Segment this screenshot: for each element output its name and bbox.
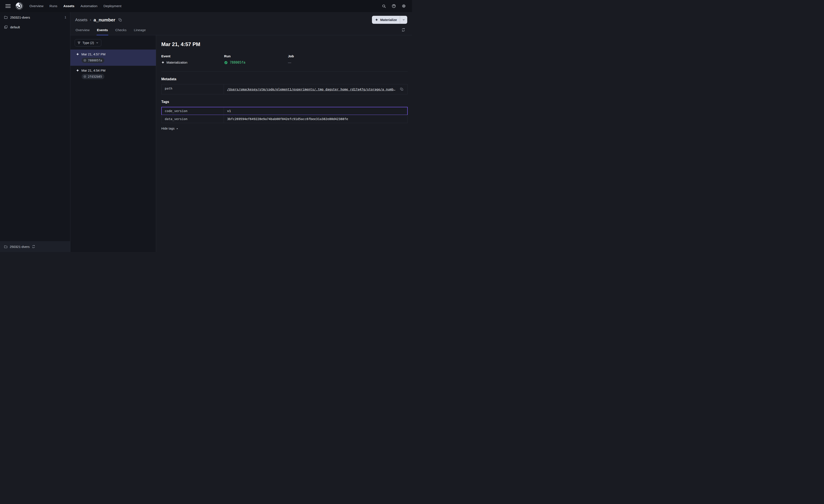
event-list-item[interactable]: Mar 21, 4:57 PM 788005fa	[70, 49, 156, 66]
event-time-label: Mar 21, 4:54 PM	[81, 69, 105, 72]
type-filter-label: Type (2)	[83, 41, 94, 44]
filter-icon	[78, 41, 81, 44]
materialization-icon	[76, 52, 79, 56]
run-id-badge: 788005fa	[82, 58, 104, 63]
circle-dot-icon	[83, 59, 86, 62]
type-filter-button[interactable]: Type (2)	[75, 39, 101, 46]
hide-tags-toggle[interactable]: Hide tags	[161, 127, 178, 130]
refresh-button[interactable]	[399, 26, 407, 34]
folder-icon	[4, 15, 8, 19]
job-value: —	[288, 60, 291, 64]
materialize-button[interactable]: Materialize	[372, 16, 400, 24]
run-id-link[interactable]: 788005fa	[230, 60, 245, 65]
nav-deployment[interactable]: Deployment	[103, 4, 121, 8]
sidebar-item-label: default	[10, 25, 20, 29]
help-button[interactable]	[390, 2, 398, 10]
tags-row-code-version: code_version v1	[161, 107, 408, 115]
tags-heading: Tags	[161, 100, 408, 104]
reload-icon[interactable]	[32, 245, 35, 248]
search-button[interactable]	[380, 2, 388, 10]
hamburger-icon	[5, 4, 11, 5]
help-icon	[392, 4, 396, 8]
job-column-label: Job	[288, 54, 408, 58]
page-header: Assets › a_number Materialize	[70, 12, 412, 25]
nav-automation[interactable]: Automation	[81, 4, 97, 8]
materialize-dropdown-button[interactable]	[400, 16, 407, 24]
metadata-key: path	[162, 84, 224, 94]
copy-asset-name-button[interactable]	[118, 17, 123, 22]
circle-dot-icon	[83, 75, 86, 78]
dagster-logo-icon	[15, 2, 24, 10]
top-nav-bar: Overview Runs Assets Automation Deployme…	[0, 0, 412, 12]
tags-table: code_version v1 data_version 3bfc269594e…	[161, 107, 408, 123]
event-list-panel: Type (2) Mar 21, 4:57 PM	[70, 35, 156, 252]
breadcrumb-assets-link[interactable]: Assets	[75, 17, 88, 22]
nav-runs[interactable]: Runs	[49, 4, 58, 8]
asset-catalog-sidebar: 250321-dvers 1 default 250321-dvers	[0, 12, 70, 252]
run-column-label: Run	[224, 54, 288, 58]
tag-value: 3bfc269594ef649228e9a74bab00f042efc91d5a…	[224, 115, 407, 123]
materialize-label: Materialize	[380, 18, 397, 22]
copy-path-button[interactable]	[399, 87, 404, 92]
tag-value: v1	[224, 107, 407, 115]
metadata-heading: Metadata	[161, 77, 408, 81]
tags-row-data-version: data_version 3bfc269594ef649228e9a74bab0…	[161, 115, 408, 123]
gear-icon	[402, 4, 406, 8]
breadcrumb: Assets › a_number	[75, 17, 123, 22]
folder-icon	[4, 245, 8, 249]
nav-assets[interactable]: Assets	[64, 4, 75, 8]
run-id-badge: 2fd32b85	[82, 74, 104, 79]
chevron-down-icon	[402, 18, 405, 21]
refresh-icon	[401, 28, 405, 32]
tab-checks[interactable]: Checks	[115, 25, 127, 35]
primary-nav: Overview Runs Assets Automation Deployme…	[29, 4, 121, 8]
asset-tabs: Overview Events Checks Lineage	[70, 25, 412, 35]
chevron-down-icon	[96, 41, 99, 44]
materialize-button-group: Materialize	[372, 16, 407, 24]
materialization-icon	[76, 69, 79, 72]
breadcrumb-separator: ›	[90, 17, 91, 22]
caret-up-icon	[176, 127, 178, 130]
tab-overview[interactable]: Overview	[75, 25, 90, 35]
search-icon	[382, 4, 386, 8]
dagster-logo[interactable]	[15, 2, 24, 11]
materialize-icon	[375, 18, 378, 21]
metadata-path-link[interactable]: /Users/smackesey/stm/code/element1/exper…	[227, 88, 397, 91]
sidebar-item-default[interactable]: default	[0, 22, 70, 31]
event-type-value: Materialization	[167, 60, 188, 64]
tab-events[interactable]: Events	[97, 25, 108, 35]
tag-key: code_version	[162, 107, 224, 115]
success-check-icon	[224, 61, 228, 65]
copy-icon	[118, 18, 122, 22]
page-title: a_number	[94, 17, 115, 22]
sidebar-group-label: 250321-dvers	[10, 16, 30, 19]
sidebar-group-count: 1	[65, 16, 66, 19]
nav-overview[interactable]: Overview	[29, 4, 43, 8]
event-detail-panel: Mar 21, 4:57 PM Event Materialization Ru…	[156, 35, 412, 252]
event-detail-title: Mar 21, 4:57 PM	[161, 41, 408, 47]
tag-key: data_version	[162, 115, 224, 123]
settings-button[interactable]	[400, 2, 408, 10]
tab-lineage[interactable]: Lineage	[133, 25, 146, 35]
event-list-item[interactable]: Mar 21, 4:54 PM 2fd32b85	[70, 66, 156, 82]
metadata-row: path /Users/smackesey/stm/code/element1/…	[161, 84, 408, 94]
event-column-label: Event	[161, 54, 224, 58]
asset-group-icon	[4, 25, 8, 29]
materialization-icon	[161, 61, 165, 64]
sidebar-group-250321-dvers[interactable]: 250321-dvers 1	[0, 12, 70, 22]
hamburger-menu-button[interactable]	[4, 2, 12, 10]
sidebar-footer-label: 250321-dvers	[10, 245, 30, 249]
event-time-label: Mar 21, 4:57 PM	[81, 52, 105, 56]
metadata-table: path /Users/smackesey/stm/code/element1/…	[161, 84, 408, 94]
copy-icon	[400, 88, 403, 91]
sidebar-footer-code-location[interactable]: 250321-dvers	[0, 241, 70, 252]
